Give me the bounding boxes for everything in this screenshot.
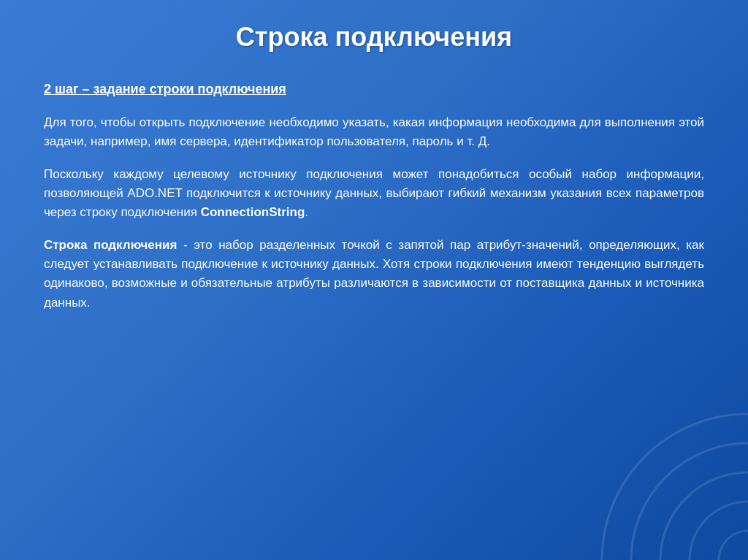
paragraph2-block: Поскольку каждому целевому источнику под…: [44, 165, 704, 223]
slide-title: Строка подключения: [44, 22, 704, 53]
paragraph1-block: Для того, чтобы открыть подключение необ…: [44, 113, 704, 152]
paragraph3-block: Строка подключения - это набор разделенн…: [44, 236, 704, 312]
connection-string-term: Строка подключения: [44, 238, 177, 252]
title-area: Строка подключения: [44, 22, 704, 60]
paragraph3: Строка подключения - это набор разделенн…: [44, 236, 704, 312]
content-area: 2 шаг – задание строки подключения Для т…: [44, 82, 704, 531]
slide-container: Строка подключения 2 шаг – задание строк…: [0, 0, 748, 560]
paragraph1: Для того, чтобы открыть подключение необ…: [44, 113, 704, 152]
section-heading-block: 2 шаг – задание строки подключения: [44, 82, 704, 100]
connection-string-code: ConnectionString: [201, 205, 305, 219]
section-heading: 2 шаг – задание строки подключения: [44, 82, 704, 97]
paragraph2: Поскольку каждому целевому источнику под…: [44, 165, 704, 223]
